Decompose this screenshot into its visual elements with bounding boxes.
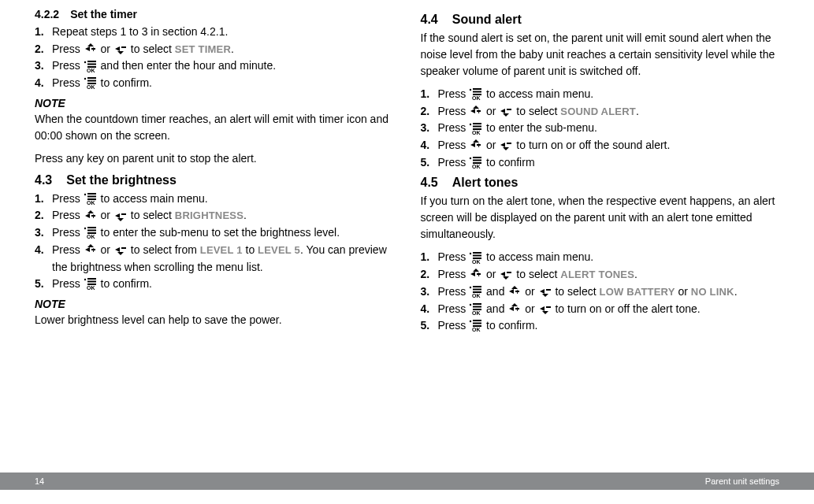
svg-marker-116 <box>540 306 545 311</box>
svg-point-8 <box>84 61 85 62</box>
svg-point-31 <box>84 228 85 229</box>
right-column: 4.4Sound alert If the sound alert is set… <box>421 8 780 339</box>
svg-text:OK: OK <box>87 68 95 73</box>
heading-4-2-2: 4.2.2Set the timer <box>35 8 394 20</box>
nav-up-icon: + <box>469 268 483 280</box>
svg-rect-82 <box>473 254 481 256</box>
step-item: 1.Press OK to access main menu. <box>35 191 394 208</box>
svg-rect-63 <box>473 123 481 124</box>
svg-marker-37 <box>85 247 90 252</box>
svg-text:OK: OK <box>472 130 481 135</box>
svg-text:OK: OK <box>472 164 481 169</box>
menu-ok-icon: OK <box>84 276 98 291</box>
heading-number: 4.4 <box>421 13 438 26</box>
menu-term: LOW BATTERY <box>599 286 675 298</box>
svg-text:OK: OK <box>472 259 481 265</box>
svg-rect-73 <box>507 143 511 144</box>
step-number: 4. <box>35 75 44 92</box>
svg-marker-61 <box>503 113 509 117</box>
svg-point-49 <box>470 89 471 91</box>
menu-ok-icon: OK <box>469 302 483 316</box>
nav-down-icon <box>499 105 513 117</box>
step-number: 2. <box>35 41 44 58</box>
nav-up-icon: + <box>84 43 98 55</box>
note-label: NOTE <box>35 97 394 109</box>
svg-text:+: + <box>91 213 95 220</box>
nav-up-icon: + <box>84 243 98 256</box>
nav-down-icon <box>113 43 128 55</box>
svg-text:OK: OK <box>87 285 95 291</box>
step-item: 2.Press + or to select SET TIMER. <box>35 41 394 58</box>
step-item: 1.Press OK to access main menu. <box>421 249 780 266</box>
svg-marker-30 <box>117 218 124 221</box>
svg-rect-108 <box>473 306 481 307</box>
step-number: 5. <box>35 276 44 293</box>
step-item: 3.Press OK and then enter the hour and m… <box>35 57 394 75</box>
steps-4-5: 1.Press OK to access main menu.2.Press +… <box>421 249 780 334</box>
svg-rect-76 <box>473 157 481 158</box>
svg-text:+: + <box>477 271 481 279</box>
svg-rect-77 <box>473 160 481 161</box>
menu-term: LEVEL 5 <box>258 244 300 256</box>
svg-rect-94 <box>473 286 481 287</box>
step-item: 3.Press OK and + or to select LOW BATTER… <box>421 284 780 301</box>
menu-term: SET TIMER <box>175 43 231 55</box>
heading-number: 4.5 <box>421 176 438 189</box>
svg-rect-91 <box>507 272 511 273</box>
step-number: 4. <box>35 242 44 259</box>
svg-marker-112 <box>509 306 514 311</box>
note-text-2: Press any key on parent unit to stop the… <box>35 150 394 167</box>
svg-rect-15 <box>87 80 96 82</box>
steps-4-2-2: 1.Repeat steps 1 to 3 in section 4.2.1.2… <box>35 24 394 92</box>
step-number: 1. <box>421 249 430 266</box>
intro-4-5: If you turn on the alert tone, when the … <box>421 193 780 243</box>
intro-4-4: If the sound alert is set on, the parent… <box>421 30 780 80</box>
svg-marker-68 <box>470 143 475 147</box>
svg-text:+: + <box>91 46 95 54</box>
menu-term: BRIGHTNESS <box>175 209 243 221</box>
nav-down-icon <box>499 268 513 280</box>
step-number: 3. <box>421 284 430 301</box>
step-number: 2. <box>421 103 430 120</box>
svg-rect-64 <box>473 125 481 127</box>
svg-point-80 <box>470 253 471 254</box>
nav-down-icon <box>538 302 552 315</box>
step-number: 2. <box>421 266 430 284</box>
svg-rect-14 <box>87 77 96 79</box>
nav-up-icon: + <box>84 209 98 222</box>
svg-text:OK: OK <box>472 310 481 316</box>
step-number: 5. <box>421 154 430 172</box>
step-item: 3.Press OK to enter the sub-menu. <box>421 120 780 137</box>
step-number: 1. <box>421 86 430 103</box>
svg-point-13 <box>84 78 85 80</box>
note-text: When the countdown timer reaches, an ale… <box>35 111 394 144</box>
svg-point-119 <box>470 321 471 322</box>
svg-text:+: + <box>515 288 519 296</box>
menu-term: NO LINK <box>691 286 734 298</box>
svg-rect-20 <box>87 196 96 198</box>
menu-ok-icon: OK <box>84 225 98 239</box>
svg-rect-81 <box>473 252 481 254</box>
svg-text:OK: OK <box>472 327 481 332</box>
note-text: Lower brightness level can help to save … <box>35 312 394 328</box>
nav-up-icon: + <box>469 105 483 117</box>
left-column: 4.2.2Set the timer 1.Repeat steps 1 to 3… <box>35 8 394 339</box>
step-item: 5.Press OK to confirm. <box>421 317 780 335</box>
svg-text:OK: OK <box>87 200 95 206</box>
svg-text:+: + <box>477 108 481 116</box>
svg-rect-33 <box>87 230 96 232</box>
svg-rect-10 <box>87 63 96 65</box>
step-item: 1.Repeat steps 1 to 3 in section 4.2.1. <box>35 24 394 41</box>
svg-point-44 <box>84 279 85 280</box>
svg-point-106 <box>470 304 471 306</box>
svg-marker-1 <box>85 46 90 51</box>
heading-4-5: 4.5Alert tones <box>421 176 780 190</box>
steps-4-4: 1.Press OK to access main menu.2.Press +… <box>421 86 780 171</box>
svg-rect-32 <box>87 227 96 228</box>
step-item: 4.Press + or to select from LEVEL 1 to L… <box>35 242 394 276</box>
svg-marker-7 <box>117 51 124 54</box>
nav-up-icon: + <box>469 139 483 151</box>
page-footer: 14 Parent unit settings <box>0 472 814 490</box>
svg-rect-46 <box>87 281 96 283</box>
step-number: 1. <box>35 24 44 41</box>
